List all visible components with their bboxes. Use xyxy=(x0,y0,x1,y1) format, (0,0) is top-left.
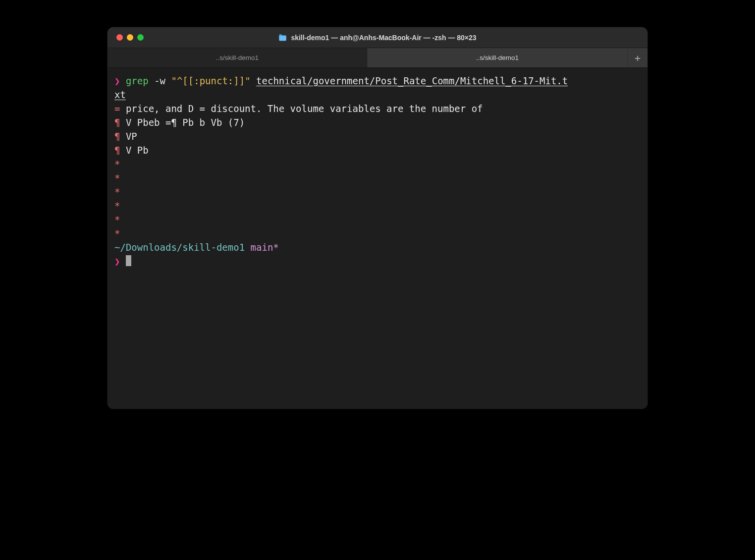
out-lead-8: * xyxy=(114,214,120,225)
out-rest-1: V Pbeb =¶ Pb b Vb (7) xyxy=(120,117,245,128)
cmd-name: grep xyxy=(126,75,149,86)
traffic-lights xyxy=(116,34,144,41)
terminal-window: skill-demo1 — anh@Anhs-MacBook-Air — -zs… xyxy=(108,27,647,409)
git-branch: main* xyxy=(251,242,279,253)
cmd-arg-part1: technical/government/Post_Rate_Comm/Mitc… xyxy=(256,75,568,86)
window-title: skill-demo1 — anh@Anhs-MacBook-Air — -zs… xyxy=(291,34,476,42)
tabbar: ..s/skill-demo1 ..s/skill-demo1 + xyxy=(108,48,647,68)
tab-0[interactable]: ..s/skill-demo1 xyxy=(108,48,368,67)
folder-icon xyxy=(278,34,287,41)
out-lead-6: * xyxy=(114,186,120,197)
tab-label: ..s/skill-demo1 xyxy=(216,54,259,61)
prompt-caret-2: ❯ xyxy=(114,256,120,267)
close-button[interactable] xyxy=(116,34,123,41)
out-rest-3: V Pb xyxy=(120,145,148,156)
cmd-pattern: "^[[:punct:]]" xyxy=(171,75,250,86)
window-title-wrap: skill-demo1 — anh@Anhs-MacBook-Air — -zs… xyxy=(116,34,639,42)
out-lead-4: * xyxy=(114,159,120,169)
fullscreen-button[interactable] xyxy=(137,34,144,41)
minimize-button[interactable] xyxy=(127,34,133,41)
tab-label: ..s/skill-demo1 xyxy=(476,54,519,61)
out-rest-2: VP xyxy=(120,131,137,142)
out-lead-0: = xyxy=(114,103,120,114)
cmd-arg-part2: xt xyxy=(114,89,126,100)
cursor xyxy=(126,255,131,266)
out-lead-7: * xyxy=(114,200,120,211)
cmd-flag: -w xyxy=(154,75,165,86)
new-tab-button[interactable]: + xyxy=(628,48,647,67)
out-lead-9: * xyxy=(114,228,120,239)
plus-icon: + xyxy=(635,52,641,64)
tab-1[interactable]: ..s/skill-demo1 xyxy=(368,48,628,67)
out-lead-5: * xyxy=(114,172,120,183)
out-lead-1: ¶ xyxy=(114,117,120,128)
out-rest-0: price, and D = discount. The volume vari… xyxy=(120,103,483,114)
out-lead-3: ¶ xyxy=(114,145,120,156)
prompt-caret: ❯ xyxy=(114,75,120,86)
titlebar[interactable]: skill-demo1 — anh@Anhs-MacBook-Air — -zs… xyxy=(108,27,647,48)
out-lead-2: ¶ xyxy=(114,131,120,142)
cwd: ~/Downloads/skill-demo1 xyxy=(114,242,245,253)
terminal-body[interactable]: ❯ grep -w "^[[:punct:]]" technical/gover… xyxy=(108,68,647,409)
